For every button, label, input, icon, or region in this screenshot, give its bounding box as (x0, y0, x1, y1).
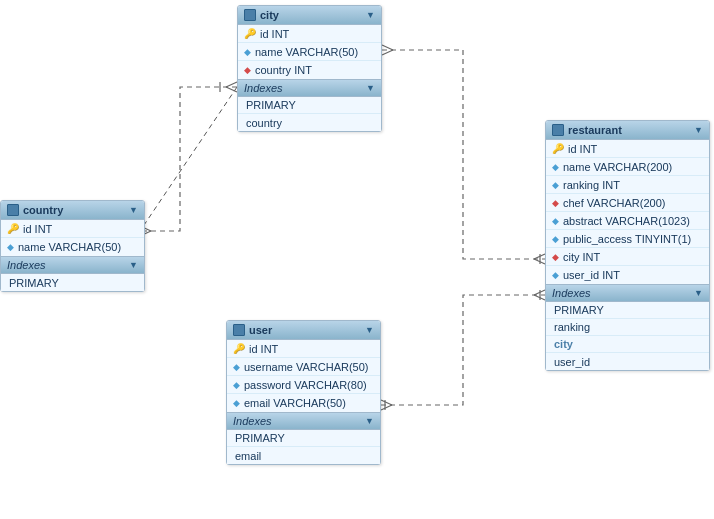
table-row: ◆ user_id INT (546, 266, 709, 284)
svg-line-10 (382, 50, 393, 55)
table-row: ◆ email VARCHAR(50) (227, 394, 380, 412)
city-chevron-icon: ▼ (366, 10, 375, 20)
diamond-icon: ◆ (233, 380, 240, 390)
table-row: ◆ username VARCHAR(50) (227, 358, 380, 376)
field-label: id INT (260, 28, 289, 40)
table-icon (244, 9, 256, 21)
country-chevron-icon: ▼ (129, 205, 138, 215)
diamond-icon: ◆ (552, 162, 559, 172)
diamond-red-icon: ◆ (552, 252, 559, 262)
restaurant-chevron-icon: ▼ (694, 125, 703, 135)
field-label: id INT (568, 143, 597, 155)
field-label: ranking INT (563, 179, 620, 191)
user-indexes-header: Indexes ▼ (227, 412, 380, 430)
diamond-icon: ◆ (552, 216, 559, 226)
country-table-body: 🔑 id INT ◆ name VARCHAR(50) (1, 220, 144, 256)
index-row: PRIMARY (238, 97, 381, 114)
restaurant-table-body: 🔑 id INT ◆ name VARCHAR(200) ◆ ranking I… (546, 140, 709, 284)
index-row: city (546, 336, 709, 353)
field-label: id INT (249, 343, 278, 355)
restaurant-table-header[interactable]: restaurant ▼ (546, 121, 709, 140)
field-label: city INT (563, 251, 600, 263)
table-row: ◆ name VARCHAR(200) (546, 158, 709, 176)
country-table-header[interactable]: country ▼ (1, 201, 144, 220)
svg-line-6 (534, 254, 545, 259)
diamond-icon: ◆ (244, 47, 251, 57)
field-label: password VARCHAR(80) (244, 379, 367, 391)
city-indexes-header: Indexes ▼ (238, 79, 381, 97)
user-table-header[interactable]: user ▼ (227, 321, 380, 340)
table-row: ◆ name VARCHAR(50) (1, 238, 144, 256)
restaurant-table-title: restaurant (568, 124, 622, 136)
svg-line-7 (534, 259, 545, 264)
svg-line-15 (381, 405, 392, 410)
key-icon: 🔑 (233, 343, 245, 354)
diamond-red-icon: ◆ (244, 65, 251, 75)
svg-line-0 (140, 87, 237, 231)
index-label: PRIMARY (9, 277, 59, 289)
index-row: PRIMARY (227, 430, 380, 447)
table-row: ◆ country INT (238, 61, 381, 79)
svg-line-11 (534, 290, 545, 295)
index-row: country (238, 114, 381, 131)
field-label: public_access TINYINT(1) (563, 233, 691, 245)
field-label: name VARCHAR(50) (18, 241, 121, 253)
table-row: ◆ public_access TINYINT(1) (546, 230, 709, 248)
city-table-title: city (260, 9, 279, 21)
index-label: PRIMARY (235, 432, 285, 444)
index-label: user_id (554, 356, 590, 368)
table-row: ◆ city INT (546, 248, 709, 266)
user-chevron-icon: ▼ (365, 325, 374, 335)
index-row: ranking (546, 319, 709, 336)
field-label: chef VARCHAR(200) (563, 197, 666, 209)
table-icon (7, 204, 19, 216)
field-label: username VARCHAR(50) (244, 361, 369, 373)
table-icon (552, 124, 564, 136)
field-label: name VARCHAR(50) (255, 46, 358, 58)
table-row: 🔑 id INT (546, 140, 709, 158)
svg-line-9 (382, 45, 393, 50)
index-row: PRIMARY (546, 302, 709, 319)
table-row: ◆ chef VARCHAR(200) (546, 194, 709, 212)
user-table-title: user (249, 324, 272, 336)
restaurant-indexes-header: Indexes ▼ (546, 284, 709, 302)
indexes-label: Indexes (7, 259, 46, 271)
country-indexes-header: Indexes ▼ (1, 256, 144, 274)
index-label: PRIMARY (246, 99, 296, 111)
indexes-chevron: ▼ (129, 260, 138, 270)
table-row: ◆ abstract VARCHAR(1023) (546, 212, 709, 230)
svg-line-12 (534, 295, 545, 300)
city-table-header[interactable]: city ▼ (238, 6, 381, 25)
indexes-chevron: ▼ (694, 288, 703, 298)
index-row: email (227, 447, 380, 464)
index-row: user_id (546, 353, 709, 370)
table-row: ◆ ranking INT (546, 176, 709, 194)
field-label: abstract VARCHAR(1023) (563, 215, 690, 227)
table-row: ◆ name VARCHAR(50) (238, 43, 381, 61)
diamond-red-icon: ◆ (552, 198, 559, 208)
key-icon: 🔑 (7, 223, 19, 234)
index-label: email (235, 450, 261, 462)
table-icon (233, 324, 245, 336)
index-row: PRIMARY (1, 274, 144, 291)
indexes-label: Indexes (244, 82, 283, 94)
svg-line-14 (381, 400, 392, 405)
diamond-icon: ◆ (7, 242, 14, 252)
field-label: email VARCHAR(50) (244, 397, 346, 409)
index-label: city (554, 338, 573, 350)
key-icon: 🔑 (244, 28, 256, 39)
table-row: 🔑 id INT (238, 25, 381, 43)
field-label: user_id INT (563, 269, 620, 281)
svg-line-4 (226, 87, 237, 92)
key-icon: 🔑 (552, 143, 564, 154)
indexes-label: Indexes (233, 415, 272, 427)
diamond-icon: ◆ (233, 398, 240, 408)
field-label: id INT (23, 223, 52, 235)
diamond-icon: ◆ (552, 180, 559, 190)
index-label: country (246, 117, 282, 129)
diamond-icon: ◆ (233, 362, 240, 372)
indexes-chevron: ▼ (366, 83, 375, 93)
index-label: PRIMARY (554, 304, 604, 316)
city-table: city ▼ 🔑 id INT ◆ name VARCHAR(50) ◆ cou… (237, 5, 382, 132)
table-row: 🔑 id INT (1, 220, 144, 238)
